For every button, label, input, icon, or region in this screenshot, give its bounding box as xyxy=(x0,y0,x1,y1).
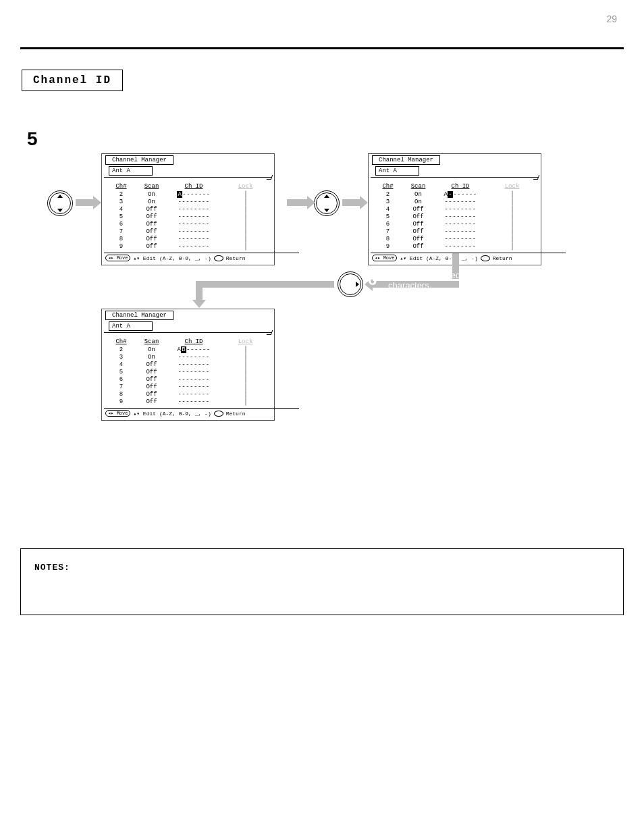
osd-header-row: Ch#ScanCh IDLock xyxy=(369,183,541,191)
diagram-area: Channel ManagerAnt ACh#ScanCh IDLock2OnA… xyxy=(20,150,624,528)
osd-footer: ◂▸ Move▴▾ Edit (A-Z, 0-9, _, -)Return xyxy=(104,253,299,263)
osd-footer: ◂▸ Move▴▾ Edit (A-Z, 0-9, _, -)Return xyxy=(371,253,566,263)
page-number: 29 xyxy=(606,14,617,24)
section-title: Channel ID xyxy=(22,70,123,91)
lock-icon xyxy=(512,242,513,251)
osd-rows: 2OnA-------3On--------4Off--------5Off--… xyxy=(102,191,274,251)
arrow-right-icon xyxy=(287,199,308,206)
note-line-1: • If the ▶ button is pressed on the last… xyxy=(34,577,610,587)
osd-antenna-label: Ant A xyxy=(375,166,419,176)
connector xyxy=(196,281,334,288)
osd-rows: 2OnA-------3On--------4Off--------5Off--… xyxy=(369,191,541,251)
step-5: 5 Press the ▲ or ▼ button to select the … xyxy=(27,128,617,150)
osd-header-row: Ch#ScanCh IDLock xyxy=(102,338,274,346)
osd-rows: 2OnAB------3On--------4Off--------5Off--… xyxy=(102,346,274,406)
osd-title: Channel Manager xyxy=(372,155,440,165)
page: 29 Channel ID 5 Press the ▲ or ▼ button … xyxy=(0,0,644,834)
step-text: When you have finished, press the MENU b… xyxy=(68,434,540,444)
osd-panel-a: Channel ManagerAnt ACh#ScanCh IDLock2OnA… xyxy=(101,153,275,265)
arrow-right-icon xyxy=(76,199,95,206)
osd-antenna-label: Ant A xyxy=(109,321,153,331)
step-number: 5 xyxy=(27,128,54,150)
lock-icon xyxy=(245,242,246,251)
cursor-up-down-icon xyxy=(47,190,73,216)
step-text: Press the ▲ or ▼ button to select the le… xyxy=(54,128,617,150)
arrow-right-icon xyxy=(342,199,361,206)
table-row: 9Off-------- xyxy=(106,243,270,251)
note-line-2: • If the ◀ button is pressed on the firs… xyxy=(34,591,610,601)
osd-title: Channel Manager xyxy=(105,155,173,165)
lock-icon xyxy=(245,398,246,406)
cursor-right-icon xyxy=(338,271,363,297)
osd-footer: ◂▸ Move▴▾ Edit (A-Z, 0-9, _, -)Return xyxy=(104,408,299,418)
osd-panel-c: Channel ManagerAnt ACh#ScanCh IDLock2OnA… xyxy=(101,309,275,421)
arrow-down-icon xyxy=(192,300,206,308)
notes-title: NOTES: xyxy=(34,563,610,573)
top-rule xyxy=(20,47,624,49)
step-number: 7 xyxy=(41,434,68,454)
step-7: 7 When you have finished, press the MENU… xyxy=(41,434,540,454)
step-text: Repeat the procedure above to select the… xyxy=(388,270,577,290)
cursor-up-down-icon xyxy=(314,190,340,216)
step-6: 6 Repeat the procedure above to select t… xyxy=(368,270,577,290)
osd-header-row: Ch#ScanCh IDLock xyxy=(102,183,274,191)
osd-title: Channel Manager xyxy=(105,311,173,320)
table-row: 9Off-------- xyxy=(106,398,270,406)
osd-panel-b: Channel ManagerAnt ACh#ScanCh IDLock2OnA… xyxy=(368,153,541,265)
table-row: 9Off-------- xyxy=(373,243,537,251)
notes-box: NOTES: • If the ▶ button is pressed on t… xyxy=(20,548,624,615)
osd-antenna-label: Ant A xyxy=(109,166,153,176)
step-number: 6 xyxy=(368,270,388,289)
